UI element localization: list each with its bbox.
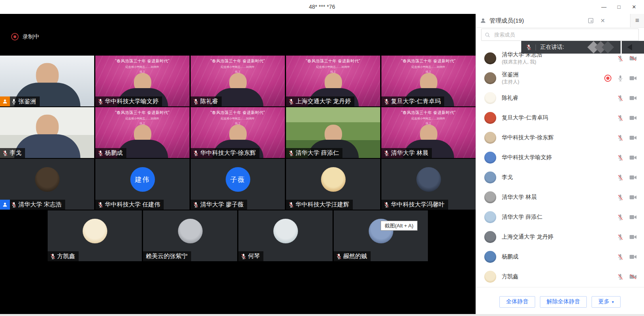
mic-muted-icon [98, 202, 103, 208]
video-tile[interactable]: “春风浩荡三十年 奋进新时代”纪念邓小平同志……30周年线上陈礼睿 [191, 56, 285, 106]
member-row[interactable]: 复旦大学-仁青卓玛 [476, 108, 644, 128]
mic-icon[interactable] [618, 75, 623, 82]
member-row[interactable]: 杨鹏成 [476, 247, 644, 267]
member-row[interactable]: 上海交通大学 龙丹婷 [476, 227, 644, 247]
camera-icon[interactable] [629, 135, 637, 140]
video-tile[interactable]: 清华大学 薛添仁 [286, 107, 380, 158]
camera-icon[interactable] [629, 215, 637, 220]
mic-muted-icon [193, 150, 198, 156]
participant-name: 清华大学 林晨 [391, 149, 428, 157]
camera-icon[interactable] [629, 155, 637, 160]
participant-label: 华中科技大学汪建辉 [286, 200, 353, 210]
more-button[interactable]: 更多 ▾ [592, 296, 621, 308]
mic-muted-icon[interactable] [618, 115, 623, 121]
member-name: 张鉴洲 [502, 71, 519, 78]
participant-name: 何琴 [248, 252, 260, 260]
avatar [484, 211, 496, 223]
participant-label: 华中科技大学 任建伟 [95, 200, 164, 210]
slide-backdrop-text: “春风浩荡三十年 奋进新时代”纪念邓小平同志……30周年线上 [381, 110, 476, 125]
camera-icon[interactable] [629, 254, 637, 259]
avatar [484, 52, 496, 64]
mic-muted-icon [193, 98, 198, 105]
video-tile[interactable]: 子薇清华大学 廖子薇 [191, 159, 285, 210]
close-button[interactable]: ✕ [627, 0, 642, 14]
slide-title: “春风浩荡三十年 奋进新时代” [95, 110, 190, 116]
camera-icon[interactable] [629, 195, 637, 200]
camera-muted-icon[interactable] [629, 274, 637, 279]
mic-muted-icon[interactable] [618, 95, 623, 102]
search-input[interactable] [493, 31, 638, 38]
mic-muted-icon[interactable] [618, 154, 623, 161]
participant-name: 华中科技大学冯馨叶 [391, 201, 445, 208]
slide-backdrop-text: “春风浩荡三十年 奋进新时代”纪念邓小平同志……30周年线上 [191, 58, 285, 74]
window-title: 48* *** *76 [0, 0, 644, 14]
panel-header-actions: ✕ ≡ [585, 14, 644, 27]
participant-avatar: 子薇 [226, 167, 250, 192]
video-grid-row: 张鉴洲“春风浩荡三十年 奋进新时代”纪念邓小平同志……30周年线上华中科技大学喻… [0, 56, 476, 106]
video-tile[interactable]: “春风浩荡三十年 奋进新时代”纪念邓小平同志……30周年线上华中科技大学喻文婷 [95, 56, 190, 106]
camera-muted-icon[interactable] [629, 56, 637, 61]
mic-muted-icon[interactable] [618, 274, 623, 280]
slide-title: “春风浩荡三十年 奋进新时代” [191, 58, 285, 64]
close-panel-icon[interactable]: ✕ [597, 14, 609, 27]
menu-icon[interactable]: ≡ [630, 14, 644, 27]
video-tile[interactable]: 华中科技大学冯馨叶 [381, 159, 476, 210]
member-row[interactable]: 清华大学 林晨 [476, 187, 644, 207]
mic-muted-icon[interactable] [618, 194, 623, 201]
participant-avatar [416, 167, 441, 192]
camera-icon[interactable] [629, 96, 637, 100]
camera-icon[interactable] [629, 116, 637, 120]
minimize-button[interactable]: — [596, 0, 611, 14]
video-tile[interactable]: 张鉴洲 [0, 56, 94, 106]
video-tile[interactable]: “春风浩荡三十年 奋进新时代”纪念邓小平同志……30周年线上杨鹏成 [95, 107, 190, 158]
camera-icon[interactable] [629, 175, 637, 180]
video-tile[interactable]: 方凯鑫 [48, 210, 142, 261]
video-tile[interactable]: “春风浩荡三十年 奋进新时代”纪念邓小平同志……30周年线上清华大学 林晨 [381, 107, 476, 158]
member-row[interactable]: 清华大学 薛添仁 [476, 207, 644, 227]
video-tile[interactable]: “春风浩荡三十年 奋进新时代”纪念邓小平同志……30周年线上上海交通大学 龙丹婷 [286, 56, 380, 106]
video-tile[interactable]: 清华大学 宋志浩 [0, 159, 94, 210]
slide-subtitle: 纪念邓小平同志……30周年 [191, 65, 285, 69]
speaking-toolbar[interactable]: 正在讲话: [521, 41, 644, 54]
video-tile[interactable]: 赖美云的张紫宁 [143, 210, 237, 261]
unmute-all-button[interactable]: 解除全体静音 [540, 296, 587, 308]
avatar [484, 112, 496, 124]
video-tile[interactable]: 何琴 [238, 210, 333, 261]
participant-name: 上海交通大学 龙丹婷 [296, 98, 351, 105]
participant-label: 清华大学 薛添仁 [286, 148, 342, 158]
mic-muted-icon[interactable] [618, 55, 623, 62]
member-row[interactable]: 华中科技大学-徐东辉 [476, 128, 644, 148]
video-tile[interactable]: “春风浩荡三十年 奋进新时代”纪念邓小平同志……30周年线上华中科技大学-徐东辉 [191, 107, 285, 158]
camera-icon[interactable] [629, 76, 637, 81]
mic-muted-icon [193, 202, 198, 208]
member-row[interactable]: 华中科技大学喻文婷 [476, 148, 644, 168]
video-tile[interactable]: 赧然的贼 [334, 210, 428, 261]
member-row[interactable]: 李戈 [476, 168, 644, 187]
participant-name: 赖美云的张紫宁 [146, 252, 188, 260]
video-tile[interactable]: 华中科技大学汪建辉 [286, 159, 380, 210]
member-row[interactable]: 张鉴洲(主持人) [476, 68, 644, 88]
member-row-icons [618, 254, 637, 260]
slide-subtitle: 纪念邓小平同志……30周年 [286, 65, 380, 69]
mic-muted-icon[interactable] [618, 234, 623, 241]
meeting-window: 48* *** *76 — □ ✕ 录制中 张鉴洲“春风浩荡三十年 奋进新时代”… [0, 0, 644, 316]
maximize-button[interactable]: □ [611, 0, 627, 14]
member-row[interactable]: 方凯鑫 [476, 267, 644, 287]
mic-muted-icon[interactable] [618, 174, 623, 181]
participant-name: 复旦大学-仁青卓玛 [391, 98, 441, 105]
video-tile[interactable]: “春风浩荡三十年 奋进新时代”纪念邓小平同志……30周年线上复旦大学-仁青卓玛 [381, 56, 476, 106]
popout-panel-icon[interactable] [585, 14, 597, 27]
video-tile[interactable]: 建伟华中科技大学 任建伟 [95, 159, 190, 210]
recording-indicator [604, 75, 611, 82]
slide-title: “春风浩荡三十年 奋进新时代” [286, 58, 380, 64]
mic-muted-icon[interactable] [618, 254, 623, 260]
mic-muted-icon[interactable] [618, 135, 623, 141]
video-tile[interactable]: 李戈 [0, 107, 94, 158]
participant-label: 陈礼睿 [191, 96, 222, 106]
mic-muted-icon[interactable] [618, 214, 623, 221]
member-row-icons [618, 194, 637, 201]
camera-icon[interactable] [629, 235, 637, 239]
mute-all-button[interactable]: 全体静音 [499, 296, 535, 308]
member-row[interactable]: 陈礼睿 [476, 88, 644, 108]
search-box [481, 29, 639, 41]
